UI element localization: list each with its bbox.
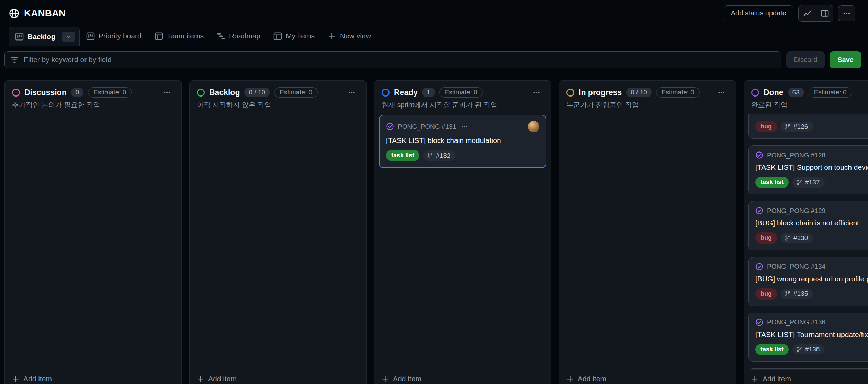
linked-branch-pill[interactable]: #132 <box>423 150 455 161</box>
tab-label: Roadmap <box>229 32 260 40</box>
status-circle-icon <box>566 89 574 97</box>
column-name: In progress <box>579 88 622 97</box>
kanban-card[interactable]: PONG_PONG #136[TASK LIST] Tournament upd… <box>748 313 868 362</box>
issue-closed-icon <box>386 123 394 131</box>
column-menu-button[interactable] <box>529 87 544 98</box>
linked-ref: #138 <box>805 346 820 353</box>
add-item-button[interactable]: Add item <box>190 370 366 384</box>
side-panel-button[interactable] <box>816 5 833 21</box>
column-menu-button[interactable] <box>714 87 729 98</box>
filter-input[interactable] <box>23 55 775 64</box>
card-menu-button[interactable] <box>460 123 470 130</box>
kebab-icon <box>461 123 468 130</box>
header-actions: Add status update <box>724 5 855 22</box>
card-labels: bug#135 <box>755 288 868 300</box>
tab-label: Priority board <box>99 32 142 40</box>
add-status-update-button[interactable]: Add status update <box>724 5 793 21</box>
project-menu-button[interactable] <box>838 5 855 21</box>
board-column-backlog: Backlog0 / 10Estimate: 0아직 시작하지 않은 작업Add… <box>189 80 367 384</box>
save-button[interactable]: Save <box>830 51 861 68</box>
tab-label: New view <box>340 32 371 40</box>
card-title: [BUG] wrong request url on profile pa <box>755 275 868 283</box>
card-labels: bug#126 <box>755 121 868 132</box>
column-name: Done <box>764 88 784 97</box>
column-card-list <box>5 114 181 370</box>
card-title: [TASK LIST] Tournament update/fix <box>755 330 868 339</box>
plus-icon <box>328 32 336 41</box>
card-title: [TASK LIST] Support on touch devices <box>755 163 868 171</box>
kanban-card[interactable]: PONG_PONG #131[TASK LIST] block chain mo… <box>379 115 546 168</box>
kanban-card[interactable]: PONG_PONG #128[TASK LIST] Support on tou… <box>748 145 868 194</box>
board-column-discussion: Discussion0Estimate: 0추가적인 논의가 필요한 작업Add… <box>4 80 182 384</box>
tab-label: Team items <box>167 32 204 40</box>
plus-icon <box>12 375 19 383</box>
issue-closed-icon <box>755 151 763 159</box>
linked-ref: #132 <box>436 152 450 159</box>
issue-closed-icon <box>755 318 763 326</box>
column-estimate-badge: Estimate: 0 <box>439 87 483 98</box>
add-item-label: Add item <box>763 375 791 383</box>
tab-team-items[interactable]: Team items <box>148 26 210 46</box>
new-view-button[interactable]: New view <box>321 26 377 46</box>
column-menu-button[interactable] <box>160 87 174 98</box>
card-header: PONG_PONG #128 <box>755 151 868 159</box>
discard-button[interactable]: Discard <box>786 51 825 68</box>
kanban-card[interactable]: PONG_PONG #134[BUG] wrong request url on… <box>748 257 868 306</box>
column-count-badge: 0 / 10 <box>244 88 270 97</box>
git-branch-icon <box>785 124 791 130</box>
card-title: [TASK LIST] block chain modulation <box>386 136 539 145</box>
add-item-button[interactable]: Add item <box>5 370 181 384</box>
column-menu-button[interactable] <box>345 87 359 98</box>
label-pill[interactable]: bug <box>755 288 777 300</box>
add-item-label: Add item <box>23 375 52 383</box>
card-issue-ref: PONG_PONG #129 <box>767 207 825 215</box>
column-count-badge: 1 <box>422 88 435 97</box>
side-panel-icon <box>821 9 829 18</box>
linked-ref: #137 <box>805 179 820 186</box>
column-estimate-badge: Estimate: 0 <box>656 87 700 98</box>
column-name: Backlog <box>209 88 240 97</box>
view-menu-chevron-button[interactable] <box>62 32 75 42</box>
label-pill[interactable]: task list <box>755 344 789 355</box>
label-pill[interactable]: bug <box>755 232 777 244</box>
column-header: In progress0 / 10Estimate: 0 <box>559 81 736 100</box>
tab-priority-board[interactable]: Priority board <box>80 26 148 46</box>
git-branch-icon <box>427 153 433 159</box>
label-pill[interactable]: bug <box>755 121 777 132</box>
filter-icon <box>11 56 19 64</box>
kanban-card[interactable]: PONG_PONG #129[BUG] block chain is not e… <box>748 201 868 250</box>
project-title-group: KANBAN <box>9 8 66 19</box>
kebab-icon <box>533 89 540 96</box>
column-count-badge: 0 / 10 <box>626 88 652 97</box>
line-graph-icon <box>803 9 811 18</box>
card-issue-ref: PONG_PONG #131 <box>398 123 456 131</box>
board-column-in-progress: In progress0 / 10Estimate: 0누군가가 진행중인 작업… <box>559 80 736 384</box>
linked-branch-pill[interactable]: #137 <box>792 177 825 188</box>
column-count-badge: 0 <box>71 88 84 97</box>
git-branch-icon <box>796 179 802 185</box>
linked-branch-pill[interactable]: #138 <box>792 344 825 354</box>
add-item-label: Add item <box>393 375 421 383</box>
tab-my-items[interactable]: My items <box>267 26 321 46</box>
add-item-button[interactable]: Add item <box>374 370 551 384</box>
add-item-button[interactable]: Add item <box>559 370 736 384</box>
linked-branch-pill[interactable]: #130 <box>781 233 813 243</box>
card-labels: bug#130 <box>755 232 868 244</box>
git-branch-icon <box>785 235 791 241</box>
add-item-label: Add item <box>208 375 237 383</box>
label-pill[interactable]: task list <box>755 177 789 188</box>
assignee-avatar[interactable] <box>528 121 539 132</box>
linked-branch-pill[interactable]: #135 <box>781 289 813 299</box>
linked-ref: #135 <box>793 290 808 297</box>
project-title: KANBAN <box>24 8 66 19</box>
filter-field[interactable] <box>4 51 781 68</box>
insights-button[interactable] <box>799 5 816 21</box>
tab-backlog[interactable]: Backlog <box>9 27 80 46</box>
add-item-button[interactable]: Add item <box>744 370 868 384</box>
tab-roadmap[interactable]: Roadmap <box>210 26 267 46</box>
linked-branch-pill[interactable]: #126 <box>781 122 813 132</box>
status-circle-icon <box>751 89 759 97</box>
kanban-card[interactable]: bug#126 <box>748 114 868 139</box>
label-pill[interactable]: task list <box>386 150 419 161</box>
column-card-list <box>559 114 736 370</box>
